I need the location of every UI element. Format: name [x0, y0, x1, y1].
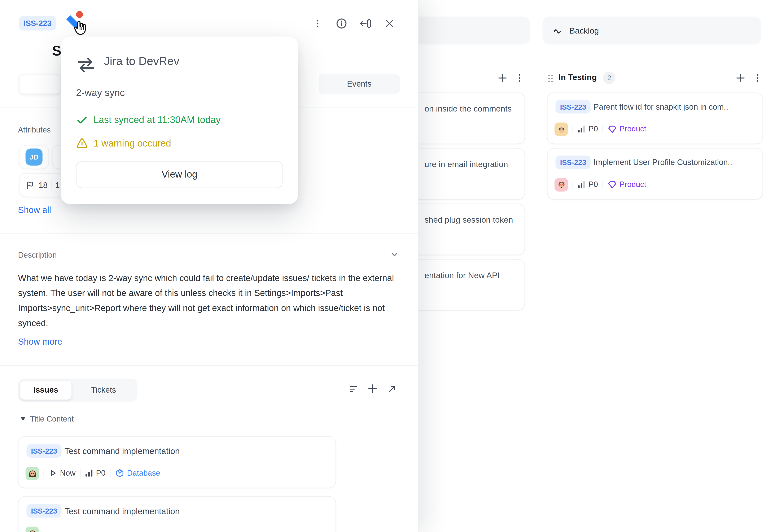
attributes-label: Attributes [18, 125, 51, 135]
priority-label: P0 [96, 469, 105, 478]
filter-button[interactable] [347, 383, 360, 395]
app-root: Backlog In Testing 2 on inside the comme… [0, 0, 784, 532]
more-menu-button[interactable] [311, 17, 324, 30]
divider [0, 233, 418, 233]
divider [603, 180, 603, 189]
card-title: on inside the comments [425, 104, 512, 113]
stage-label: Now [60, 469, 76, 478]
divider [44, 469, 44, 477]
group-pill-backlog[interactable]: Backlog [542, 17, 761, 45]
product-icon [608, 124, 617, 134]
flag-icon [26, 180, 35, 190]
part-tag[interactable]: Product [608, 180, 646, 189]
priority-icon [578, 180, 586, 189]
close-icon [384, 18, 395, 29]
issue-card[interactable]: ISS-223 Test command implementation Now … [18, 436, 336, 488]
description-label: Description [18, 251, 57, 259]
priority-label: P0 [588, 180, 598, 189]
info-icon [336, 18, 347, 30]
divider [51, 181, 52, 189]
cursor-pointer-icon [72, 20, 88, 37]
add-button[interactable] [366, 382, 379, 395]
close-button[interactable] [383, 17, 396, 30]
sync-arrows-icon [76, 57, 96, 74]
sync-mode: 2-way sync [76, 87, 125, 99]
check-icon [76, 114, 88, 126]
tab-selected[interactable] [19, 74, 61, 94]
divider [572, 125, 573, 133]
kebab-icon [753, 73, 763, 83]
column-count-badge: 2 [603, 72, 616, 84]
collapse-panel-button[interactable] [359, 17, 372, 30]
avatar[interactable] [26, 467, 39, 480]
view-log-button[interactable]: View log [76, 161, 283, 188]
divider [603, 125, 603, 133]
tab-issues[interactable]: Issues [20, 381, 72, 400]
issue-id-badge[interactable]: ISS-223 [26, 444, 62, 457]
last-synced-text: Last synced at 11:30AM today [93, 114, 221, 125]
avatar[interactable] [26, 526, 39, 532]
divider [572, 180, 573, 189]
issue-card[interactable]: ISS-223 Implement User Profile Customiza… [547, 148, 763, 200]
divider [0, 365, 418, 366]
column-menu-button[interactable] [513, 72, 526, 84]
issue-title-partial: S [52, 43, 61, 59]
plus-icon [497, 73, 508, 83]
group-pill-partial[interactable] [409, 17, 530, 45]
issue-card[interactable]: ISS-223 Parent flow id for snapkit json … [547, 92, 763, 144]
column-menu-button[interactable] [751, 72, 764, 84]
column-title[interactable]: In Testing [559, 73, 597, 82]
avatar[interactable] [555, 178, 568, 191]
collapse-section-button[interactable] [388, 248, 401, 261]
play-icon [49, 469, 57, 478]
priority-icon [578, 125, 586, 133]
show-more-link[interactable]: Show more [18, 337, 62, 347]
extra-count: 1 [55, 180, 60, 190]
part-tag[interactable]: Database [115, 468, 160, 478]
wave-icon [553, 25, 563, 36]
priority[interactable]: P0 [578, 124, 598, 134]
sync-status-popover: Jira to DevRev 2-way sync Last synced at… [61, 36, 298, 204]
backlog-label: Backlog [569, 26, 599, 35]
divider [110, 469, 110, 477]
owner-pill[interactable]: JD [19, 145, 49, 169]
divider [80, 469, 81, 477]
avatar[interactable] [555, 122, 568, 136]
plus-icon [367, 383, 378, 394]
priority[interactable]: P0 [578, 180, 598, 189]
issue-card[interactable]: ISS-223 Test command implementation [18, 496, 336, 532]
part-tag[interactable]: Product [608, 124, 646, 134]
group-header-label: Title Content [30, 415, 74, 424]
tab-events[interactable]: Events [318, 74, 400, 94]
expand-button[interactable] [385, 383, 398, 395]
chevron-down-icon [390, 250, 400, 260]
priority-icon [85, 469, 94, 477]
show-all-link[interactable]: Show all [18, 205, 51, 216]
sync-title: Jira to DevRev [104, 55, 179, 68]
product-icon [608, 180, 617, 189]
kebab-icon [514, 73, 525, 83]
sync-success-row: Last synced at 11:30AM today [76, 114, 221, 126]
drag-handle-icon[interactable] [547, 74, 554, 84]
card-title: Test command implementation [64, 507, 180, 517]
collapse-panel-icon [359, 18, 372, 30]
info-button[interactable] [335, 17, 348, 30]
description-body: What we have today is 2-way sync which c… [18, 271, 394, 331]
kebab-icon [312, 19, 323, 29]
add-card-button[interactable] [496, 72, 509, 84]
avatar: JD [26, 149, 43, 166]
add-card-button[interactable] [734, 72, 747, 84]
collapse-group-button[interactable] [20, 416, 26, 422]
issue-id-badge[interactable]: ISS-223 [26, 504, 62, 517]
issue-id-badge[interactable]: ISS-223 [556, 100, 591, 113]
card-title: Parent flow id for snapkit json in com.. [593, 103, 728, 112]
issue-id-badge[interactable]: ISS-223 [556, 156, 591, 169]
flag-count: 18 [38, 180, 48, 190]
stage[interactable]: Now [49, 469, 76, 478]
database-icon [115, 468, 124, 478]
part-label: Database [127, 469, 160, 478]
part-label: Product [619, 124, 646, 134]
priority[interactable]: P0 [85, 469, 106, 478]
issue-id-badge[interactable]: ISS-223 [19, 16, 56, 30]
tab-tickets[interactable]: Tickets [72, 386, 135, 394]
